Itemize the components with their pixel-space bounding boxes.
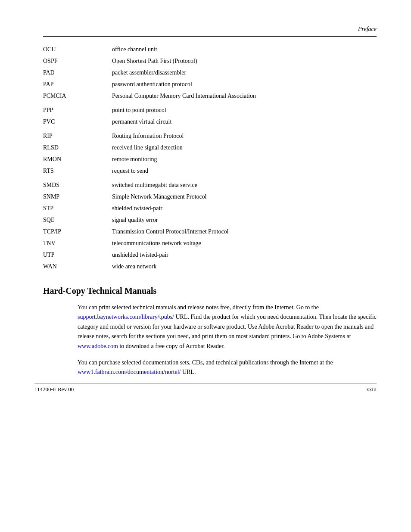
abbr-cell: UTP [43,249,112,261]
table-row: RLSDreceived line signal detection [43,142,377,153]
table-row: SMDSswitched multimegabit data service [43,179,377,191]
table-row: PPPpoint to point protocol [43,104,377,116]
definition-cell: Simple Network Management Protocol [112,191,377,202]
abbr-cell: TNV [43,237,112,249]
definition-cell: switched multimegabit data service [112,179,377,191]
definition-cell: signal quality error [112,214,377,226]
abbr-cell: SMDS [43,179,112,191]
link-fatbrain[interactable]: www1.fatbrain.com/documentation/nortel/ [78,369,181,375]
abbr-cell: RLSD [43,142,112,153]
abbr-cell: TCP/IP [43,226,112,237]
page: Preface OCUoffice channel unitOSPFOpen S… [0,0,411,410]
abbr-cell: RIP [43,130,112,142]
glossary-table: OCUoffice channel unitOSPFOpen Shortest … [43,44,377,272]
definition-cell: office channel unit [112,44,377,55]
abbr-cell: PCMCIA [43,90,112,102]
abbr-cell: RTS [43,165,112,177]
abbr-cell: OSPF [43,55,112,67]
definition-cell: shielded twisted-pair [112,202,377,214]
para2-text-before-link: You can purchase selected documentation … [78,359,333,366]
table-row: PAPpassword authentication protocol [43,78,377,90]
abbr-cell: PAD [43,67,112,78]
definition-cell: Routing Information Protocol [112,130,377,142]
abbr-cell: PAP [43,78,112,90]
table-row: UTPunshielded twisted-pair [43,249,377,261]
definition-cell: packet assembler/disassembler [112,67,377,78]
table-row: OCUoffice channel unit [43,44,377,55]
table-row: RMONremote monitoring [43,153,377,165]
link-baynetworks[interactable]: support.baynetworks.com/library/tpubs/ [78,314,174,320]
section-heading: Hard-Copy Technical Manuals [43,286,377,296]
table-row: WANwide area network [43,261,377,272]
table-row: SNMPSimple Network Management Protocol [43,191,377,202]
paragraph-2: You can purchase selected documentation … [43,358,377,377]
definition-cell: Open Shortest Path First (Protocol) [112,55,377,67]
definition-cell: remote monitoring [112,153,377,165]
para2-text-after-link: URL. [181,369,196,375]
abbr-cell: OCU [43,44,112,55]
definition-cell: request to send [112,165,377,177]
definition-cell: password authentication protocol [112,78,377,90]
header-title: Preface [358,26,377,33]
definition-cell: telecommunications network voltage [112,237,377,249]
link-adobe[interactable]: www.adobe.com [78,343,118,349]
table-row: RTSrequest to send [43,165,377,177]
table-row: PCMCIAPersonal Computer Memory Card Inte… [43,90,377,102]
para1-text-after-link2: to download a free copy of Acrobat Reade… [118,343,225,349]
table-row: RIPRouting Information Protocol [43,130,377,142]
definition-cell: point to point protocol [112,104,377,116]
abbr-cell: PPP [43,104,112,116]
table-row: PADpacket assembler/disassembler [43,67,377,78]
abbr-cell: STP [43,202,112,214]
table-row: STPshielded twisted-pair [43,202,377,214]
table-row: OSPFOpen Shortest Path First (Protocol) [43,55,377,67]
definition-cell: wide area network [112,261,377,272]
section-hardcopy: Hard-Copy Technical Manuals You can prin… [43,286,377,377]
table-row: TCP/IPTransmission Control Protocol/Inte… [43,226,377,237]
definition-cell: unshielded twisted-pair [112,249,377,261]
page-footer: 114200-E Rev 00 xxiii [34,383,377,393]
definition-cell: Personal Computer Memory Card Internatio… [112,90,377,102]
page-header: Preface [43,26,377,37]
table-row: SQEsignal quality error [43,214,377,226]
abbr-cell: SQE [43,214,112,226]
table-row: TNVtelecommunications network voltage [43,237,377,249]
definition-cell: received line signal detection [112,142,377,153]
abbr-cell: RMON [43,153,112,165]
abbr-cell: SNMP [43,191,112,202]
table-row: PVCpermanent virtual circuit [43,116,377,128]
definition-cell: Transmission Control Protocol/Internet P… [112,226,377,237]
footer-left: 114200-E Rev 00 [34,386,74,393]
para1-text-before-link1: You can print selected technical manuals… [78,304,319,311]
footer-right: xxiii [366,386,377,393]
definition-cell: permanent virtual circuit [112,116,377,128]
abbr-cell: PVC [43,116,112,128]
paragraph-1: You can print selected technical manuals… [43,303,377,351]
abbr-cell: WAN [43,261,112,272]
